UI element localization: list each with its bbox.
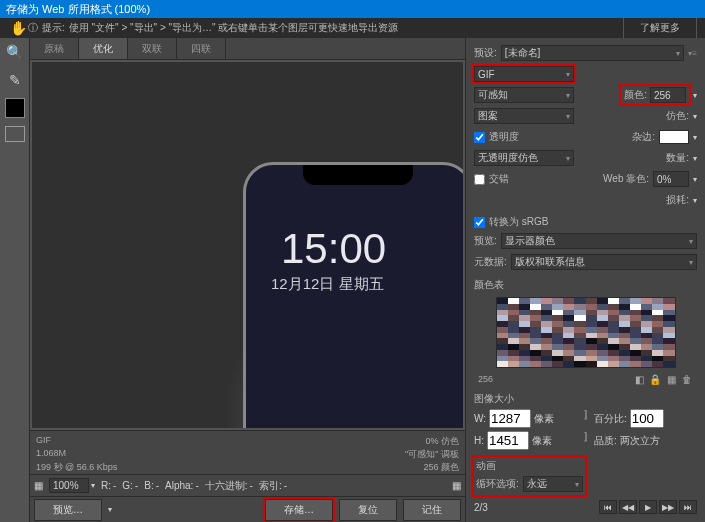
learn-more-link[interactable]: 了解更多 — [623, 18, 697, 38]
info-colors: 256 颜色 — [423, 461, 459, 474]
toolbar: 🔍 ✎ — [0, 38, 30, 522]
ct-count: 256 — [478, 374, 493, 384]
height-input[interactable] — [487, 431, 529, 450]
colors-input[interactable] — [650, 87, 686, 103]
button-row: 预览… ▾ 存储… 复位 记住 — [30, 496, 465, 522]
metadata-select[interactable]: 版权和联系信息 — [511, 254, 697, 270]
interlaced-checkbox[interactable] — [474, 174, 485, 185]
ct-trash-icon[interactable]: 🗑 — [681, 373, 693, 385]
first-frame-button[interactable]: ⏮ — [599, 500, 617, 514]
ct-lock-icon[interactable]: 🔒 — [649, 373, 661, 385]
preset-menu-icon[interactable]: ▾≡ — [688, 49, 697, 58]
hint-label: 提示: — [42, 21, 65, 35]
phone-time: 15:00 — [281, 225, 386, 273]
color-swatch[interactable] — [5, 98, 25, 118]
canvas-info: GIF 0% 仿色 1.068M "可感知" 调板 199 秒 @ 56.6 K… — [30, 430, 465, 474]
slice-select-icon[interactable] — [5, 126, 25, 142]
preview-button[interactable]: 预览… — [34, 499, 102, 521]
preset-select[interactable]: [未命名] — [501, 45, 685, 61]
quality-select[interactable]: 两次立方 — [620, 434, 680, 448]
trans-dither-select[interactable]: 无透明度仿色 — [474, 150, 574, 166]
status-bar: ▦ ▾ R:- G:- B:- Alpha:- 十六进制:- 索引:- ▦ — [30, 474, 465, 496]
format-select[interactable]: GIF — [474, 66, 574, 82]
info-timing: 199 秒 @ 56.6 Kbps — [36, 461, 117, 474]
matte-color[interactable] — [659, 130, 689, 144]
web-snap-input[interactable] — [653, 171, 689, 187]
color-table-label: 颜色表 — [474, 278, 697, 292]
anim-section: 动画 循环选项: 永远 — [474, 457, 585, 495]
canvas-area[interactable]: 15:00 12月12日 星期五 — [32, 62, 463, 428]
view-tabs: 原稿 优化 双联 四联 — [30, 38, 465, 60]
window-title: 存储为 Web 所用格式 (100%) — [6, 2, 150, 17]
info-format: GIF — [36, 435, 51, 448]
info-size: 1.068M — [36, 448, 66, 461]
remember-button[interactable]: 记住 — [403, 499, 461, 521]
phone-date: 12月12日 星期五 — [271, 275, 384, 294]
loop-select[interactable]: 永远 — [523, 476, 583, 492]
link-icon[interactable]: ⟧ — [583, 409, 588, 428]
hand-icon-2[interactable]: ▦ — [34, 480, 43, 491]
last-frame-button[interactable]: ⏭ — [679, 500, 697, 514]
zoom-select[interactable] — [49, 478, 89, 493]
srgb-checkbox[interactable] — [474, 217, 485, 228]
hand-icon[interactable]: ✋ — [8, 18, 28, 38]
hint-bar: ✋ ⓘ 提示: 使用 "文件" > "导出" > "导出为…" 或右键单击某个图… — [0, 18, 705, 38]
tab-original[interactable]: 原稿 — [30, 38, 79, 59]
percent-input[interactable] — [630, 409, 664, 428]
image-size-label: 图像大小 — [474, 392, 697, 406]
info-icon: ⓘ — [28, 21, 38, 35]
color-table[interactable] — [496, 297, 676, 368]
reset-button[interactable]: 复位 — [339, 499, 397, 521]
info-palette: "可感知" 调板 — [405, 448, 459, 461]
tab-4up[interactable]: 四联 — [177, 38, 226, 59]
prev-frame-button[interactable]: ◀◀ — [619, 500, 637, 514]
zoom-icon[interactable]: 🔍 — [5, 42, 25, 62]
frame-info: 2/3 — [474, 502, 488, 513]
transparency-checkbox[interactable] — [474, 132, 485, 143]
tab-2up[interactable]: 双联 — [128, 38, 177, 59]
ct-sort-icon[interactable]: ◧ — [633, 373, 645, 385]
preview-select[interactable]: 显示器颜色 — [501, 233, 697, 249]
dither-select[interactable]: 图案 — [474, 108, 574, 124]
info-quality: 0% 仿色 — [425, 435, 459, 448]
ct-add-icon[interactable]: ▦ — [665, 373, 677, 385]
slice-tool-icon[interactable]: ▦ — [452, 480, 461, 491]
title-bar: 存储为 Web 所用格式 (100%) — [0, 0, 705, 18]
play-button[interactable]: ▶ — [639, 500, 657, 514]
next-frame-button[interactable]: ▶▶ — [659, 500, 677, 514]
tab-optimized[interactable]: 优化 — [79, 38, 128, 59]
save-button[interactable]: 存储… — [265, 499, 333, 521]
hint-text: 使用 "文件" > "导出" > "导出为…" 或右键单击某个图层可更快速地导出… — [69, 21, 399, 35]
eyedropper-icon[interactable]: ✎ — [5, 70, 25, 90]
width-input[interactable] — [489, 409, 531, 428]
phone-mockup: 15:00 12月12日 星期五 — [243, 162, 463, 428]
settings-panel: 预设: [未命名] ▾≡ GIF 可感知 颜色: ▾ 图案 仿色: ▾ 透明度 … — [465, 38, 705, 522]
reduction-select[interactable]: 可感知 — [474, 87, 574, 103]
